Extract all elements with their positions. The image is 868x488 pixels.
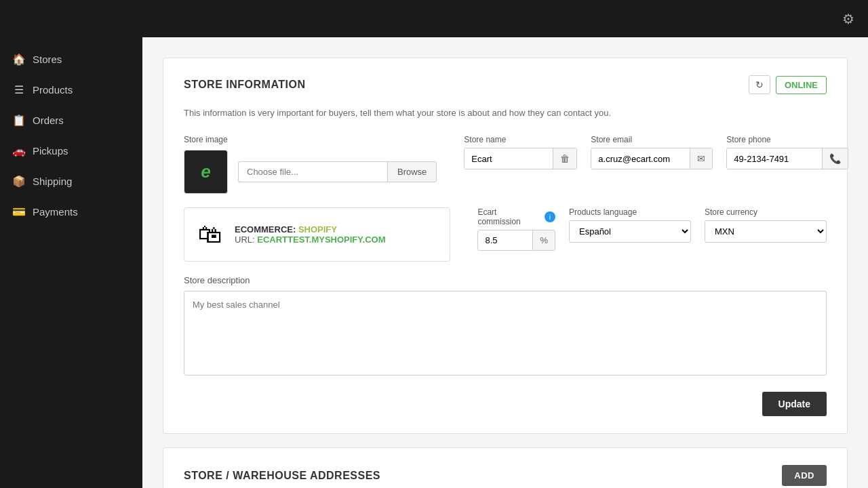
shipping-icon: 📦: [12, 175, 26, 188]
shopify-platform-line: ECOMMERCE: SHOPIFY: [235, 224, 386, 235]
payments-icon: 💳: [12, 205, 26, 218]
sidebar-item-shipping-label: Shipping: [33, 176, 72, 187]
store-email-input[interactable]: [591, 149, 690, 169]
sidebar-nav: 🏠 Stores ☰ Products 📋 Orders 🚗 Pickups 📦…: [0, 44, 142, 227]
shopify-info: ECOMMERCE: SHOPIFY URL: ECARTTEST.MYSHOP…: [235, 224, 386, 245]
language-label: Products language: [569, 207, 691, 217]
orders-icon: 📋: [12, 114, 26, 127]
store-email-input-group: ✉: [591, 148, 713, 169]
browse-button[interactable]: Browse: [387, 161, 437, 182]
refresh-button[interactable]: ↻: [749, 75, 770, 94]
update-button[interactable]: Update: [762, 392, 827, 416]
commission-group: Ecart commission i %: [477, 207, 555, 251]
description-label: Store description: [184, 275, 827, 285]
currency-group: Store currency MXN USD EUR GBP: [705, 207, 827, 243]
sidebar-item-orders[interactable]: 📋 Orders: [0, 105, 142, 136]
shopify-logo-icon: 🛍: [198, 220, 222, 249]
commission-input[interactable]: [478, 230, 532, 250]
store-name-label: Store name: [464, 135, 577, 144]
commission-input-group: %: [477, 230, 555, 251]
sidebar-item-orders-label: Orders: [33, 115, 64, 126]
sidebar-item-pickups-label: Pickups: [33, 145, 68, 157]
store-image-block: e Browse: [184, 150, 437, 194]
top-bar: ⚙: [0, 0, 868, 37]
info-icon[interactable]: i: [545, 211, 555, 222]
store-phone-input-group: 📞: [726, 148, 848, 169]
ecommerce-label: ECOMMERCE:: [235, 224, 296, 235]
url-label: URL:: [235, 235, 255, 245]
add-button[interactable]: ADD: [782, 465, 827, 486]
commission-label: Ecart commission: [477, 207, 541, 226]
warehouse-header: STORE / WAREHOUSE ADDRESSES ADD: [184, 465, 827, 486]
platform-name: SHOPIFY: [298, 224, 337, 235]
store-name-input[interactable]: [465, 149, 553, 169]
store-phone-group: Store phone 📞: [726, 135, 848, 169]
section-actions: ↻ ONLINE: [749, 75, 827, 94]
description-section: Store description: [184, 275, 827, 378]
products-icon: ☰: [12, 83, 26, 96]
sidebar-item-payments-label: Payments: [33, 206, 78, 218]
commission-label-row: Ecart commission i: [477, 207, 555, 226]
section-description: This information is very important for b…: [184, 108, 827, 118]
pickups-icon: 🚗: [12, 144, 26, 157]
home-icon: 🏠: [12, 53, 26, 66]
language-select[interactable]: Español English Français Português: [569, 220, 691, 243]
url-value[interactable]: ECARTTEST.MYSHOPIFY.COM: [257, 235, 385, 245]
section-header: STORE INFORMATION ↻ ONLINE: [184, 75, 827, 94]
shopify-block: 🛍 ECOMMERCE: SHOPIFY URL: ECARTTEST.MYSH…: [184, 207, 450, 262]
update-row: Update: [184, 392, 827, 416]
sidebar: ecart 🏠 Stores ☰ Products 📋 Orders 🚗 Pic…: [0, 0, 142, 488]
sidebar-item-stores[interactable]: 🏠 Stores: [0, 44, 142, 75]
sidebar-item-payments[interactable]: 💳 Payments: [0, 197, 142, 227]
store-image-group: Store image e Browse: [184, 135, 437, 194]
phone-icon[interactable]: 📞: [822, 148, 848, 169]
store-phone-label: Store phone: [726, 135, 848, 144]
store-name-group: Store name 🗑: [464, 135, 577, 169]
shopify-url-line: URL: ECARTTEST.MYSHOPIFY.COM: [235, 235, 386, 245]
percent-suffix: %: [532, 230, 555, 250]
store-email-label: Store email: [591, 135, 713, 144]
store-name-input-group: 🗑: [464, 148, 577, 169]
sidebar-item-shipping[interactable]: 📦 Shipping: [0, 166, 142, 197]
store-logo-preview: e: [184, 150, 228, 194]
file-input-group: Browse: [238, 161, 437, 182]
file-input[interactable]: [238, 161, 387, 182]
currency-label: Store currency: [705, 207, 827, 217]
currency-select[interactable]: MXN USD EUR GBP: [705, 220, 827, 243]
store-logo-letter: e: [201, 161, 210, 182]
section-title: STORE INFORMATION: [184, 79, 305, 91]
sidebar-item-stores-label: Stores: [33, 54, 62, 65]
main-content: STORE INFORMATION ↻ ONLINE This informat…: [142, 37, 868, 488]
online-button[interactable]: ONLINE: [776, 76, 827, 94]
language-group: Products language Español English França…: [569, 207, 691, 243]
email-icon[interactable]: ✉: [690, 148, 712, 169]
description-textarea[interactable]: [184, 291, 827, 375]
sidebar-item-products-label: Products: [33, 84, 73, 96]
sidebar-item-products[interactable]: ☰ Products: [0, 75, 142, 105]
trash-icon[interactable]: 🗑: [553, 148, 576, 169]
sidebar-item-pickups[interactable]: 🚗 Pickups: [0, 136, 142, 166]
store-phone-input[interactable]: [727, 149, 822, 169]
warehouse-section: STORE / WAREHOUSE ADDRESSES ADD Add your…: [163, 447, 848, 488]
warehouse-title: STORE / WAREHOUSE ADDRESSES: [184, 470, 380, 482]
store-email-group: Store email ✉: [591, 135, 713, 169]
form-row-1: Store image e Browse Store name: [184, 135, 827, 194]
store-image-label: Store image: [184, 135, 437, 144]
form-row-2: 🛍 ECOMMERCE: SHOPIFY URL: ECARTTEST.MYSH…: [184, 207, 827, 262]
store-information-section: STORE INFORMATION ↻ ONLINE This informat…: [163, 58, 848, 434]
settings-icon[interactable]: ⚙: [842, 11, 854, 27]
